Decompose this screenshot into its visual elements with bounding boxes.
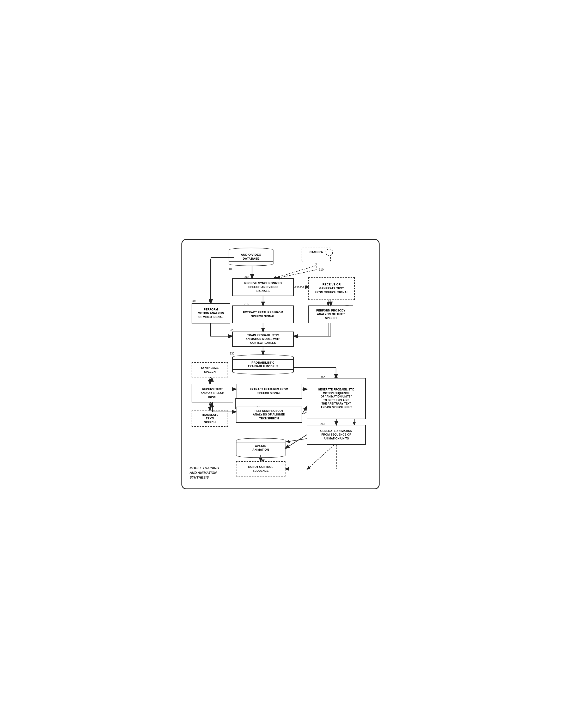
num-215: 215	[244, 302, 248, 305]
perform-motion-node: PERFORMMOTION ANALYSISOF VIDEO SIGNAL	[192, 303, 230, 323]
num-110: 110	[319, 268, 324, 271]
synthesize-speech-node: SYNTHESIZESPEECH	[192, 362, 228, 377]
receive-sync-node: RECEIVE SYNCHRONIZEDSPEECH AND VIDEOSIGN…	[232, 278, 294, 296]
num-205: 205	[192, 299, 196, 302]
num-105: 105	[229, 267, 233, 271]
train-prob-node: TRAIN PROBABILISTICANIMATION MODEL WITHC…	[232, 332, 294, 347]
num-200: 200	[244, 275, 248, 278]
audio-video-db-node: AUDIO/VIDEODATABASE	[229, 248, 273, 266]
perform-prosody-1-node: PERFORM PROSODYANALYSIS OF TEXT/SPEECH	[308, 305, 353, 323]
avatar-animation-node: AVATARANIMATION	[236, 438, 285, 458]
robot-control-node: ROBOT CONTROLSEQUENCE	[236, 461, 285, 476]
footer-label: MODEL TRAININGAND ANIMATIONSYNTHESIS	[190, 466, 219, 480]
generate-animation-node: GENERATE ANIMATIONFROM SEQUENCE OFANIMAT…	[307, 425, 366, 445]
extract-features-2-node: EXTRACT FEATURES FROMSPEECH SIGNAL	[236, 384, 302, 399]
svg-line-24	[307, 443, 336, 469]
receive-generate-text-node: RECEIVE ORGENERATE TEXTFROM SPEECH SIGNA…	[308, 277, 355, 300]
svg-line-51	[285, 435, 307, 448]
svg-line-2	[273, 266, 315, 278]
generate-prob-motion-node: GENERATE PROBABILISTICMOTION SEQUENCEOF …	[307, 378, 366, 419]
svg-line-49	[302, 407, 307, 414]
diagram-container: 105 110 200 210 205 215 220 225 230 240 …	[181, 239, 380, 489]
perform-prosody-2-node: PERFORM PROSODYANALYSIS OF ALIGNEDTEXT/S…	[236, 407, 302, 423]
prob-models-node: PROBABILISTICTRAINABLE MODELS	[232, 354, 294, 375]
receive-text-speech-node: RECEIVE TEXTAND/OR SPEECHINPUT	[192, 384, 233, 402]
num-225: 225	[230, 328, 234, 332]
translate-text-node: TRANSLATETEXT/SPEECH	[192, 411, 228, 427]
extract-features-1-node: EXTRACT FEATURES FROMSPEECH SIGNAL	[232, 305, 294, 323]
